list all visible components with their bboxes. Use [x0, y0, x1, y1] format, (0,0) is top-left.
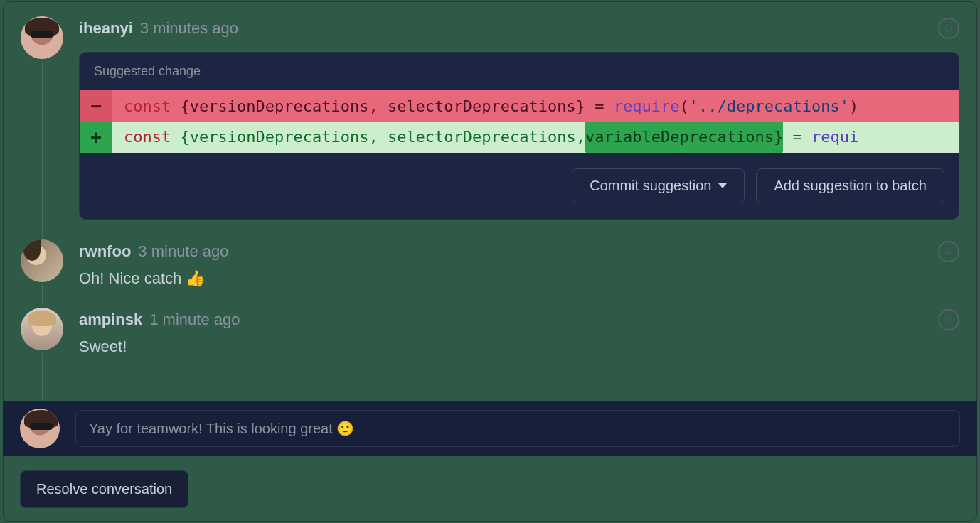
avatar[interactable]: [21, 308, 63, 350]
diff-deleted-line: − const {versionDeprecations, selectorDe…: [80, 90, 959, 122]
code-added: const {versionDeprecations, selectorDepr…: [112, 122, 959, 153]
comment: rwnfoo 3 minute ago Oh! Nice catch 👍: [21, 239, 959, 288]
author-name[interactable]: rwnfoo: [79, 242, 131, 261]
avatar[interactable]: [21, 239, 63, 282]
diff-marker-added: +: [80, 122, 112, 153]
resolve-conversation-button[interactable]: Resolve conversation: [20, 470, 188, 508]
reply-input[interactable]: Yay for teamwork! This is looking great …: [75, 410, 960, 447]
comment-header: iheanyi 3 minutes ago: [79, 18, 959, 39]
comment-text: Sweet!: [79, 338, 959, 356]
comment-body: ampinsk 1 minute ago Sweet!: [79, 308, 959, 356]
commit-suggestion-button[interactable]: Commit suggestion: [572, 168, 745, 203]
footer-bar: Resolve conversation: [3, 456, 977, 522]
add-reaction-icon[interactable]: [938, 241, 959, 262]
comment-text: Oh! Nice catch 👍: [79, 269, 959, 288]
comment-header: rwnfoo 3 minute ago: [79, 241, 959, 262]
code-deleted: const {versionDeprecations, selectorDepr…: [112, 97, 959, 115]
timestamp: 3 minute ago: [138, 242, 228, 261]
author-name[interactable]: iheanyi: [79, 19, 133, 38]
diff-marker-deleted: −: [80, 90, 112, 122]
add-reaction-icon[interactable]: [938, 18, 959, 39]
author-name[interactable]: ampinsk: [79, 311, 142, 329]
chevron-down-icon: [718, 183, 727, 188]
reply-bar: Yay for teamwork! This is looking great …: [3, 401, 977, 456]
add-reaction-icon[interactable]: [938, 309, 959, 330]
comment-header: ampinsk 1 minute ago: [79, 309, 959, 330]
button-label: Add suggestion to batch: [774, 178, 927, 194]
suggestion-card: Suggested change − const {versionDepreca…: [79, 52, 959, 220]
comment-body: iheanyi 3 minutes ago Suggested change −…: [79, 16, 959, 220]
comment-body: rwnfoo 3 minute ago Oh! Nice catch 👍: [79, 239, 959, 288]
add-suggestion-to-batch-button[interactable]: Add suggestion to batch: [756, 168, 944, 203]
comment: ampinsk 1 minute ago Sweet!: [21, 308, 959, 356]
timestamp: 1 minute ago: [149, 311, 240, 329]
thread: iheanyi 3 minutes ago Suggested change −…: [4, 2, 976, 356]
suggestion-header: Suggested change: [80, 53, 959, 90]
avatar[interactable]: [21, 16, 63, 59]
suggestion-actions: Commit suggestion Add suggestion to batc…: [80, 153, 959, 219]
comment: iheanyi 3 minutes ago Suggested change −…: [21, 16, 959, 220]
reply-input-value: Yay for teamwork! This is looking great …: [89, 420, 354, 437]
button-label: Commit suggestion: [590, 178, 711, 194]
avatar[interactable]: [20, 409, 60, 448]
diff-added-line: + const {versionDeprecations, selectorDe…: [80, 122, 959, 153]
timestamp: 3 minutes ago: [140, 19, 238, 38]
